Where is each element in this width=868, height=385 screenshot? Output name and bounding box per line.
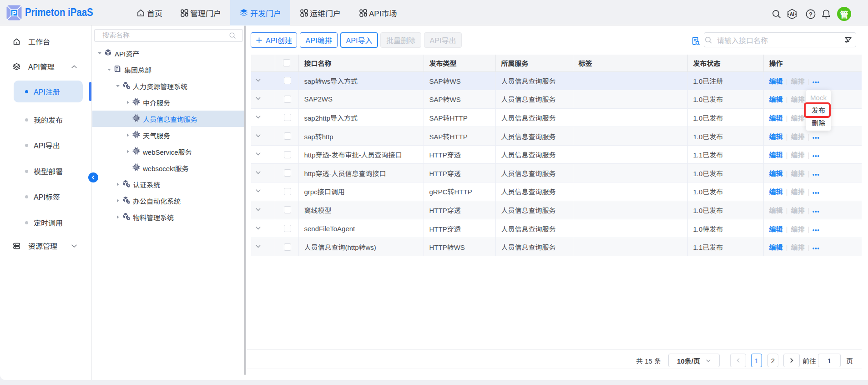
svg-text:?: ? [809, 11, 812, 18]
svg-text:P: P [12, 10, 16, 17]
svg-text:AI: AI [790, 11, 795, 17]
